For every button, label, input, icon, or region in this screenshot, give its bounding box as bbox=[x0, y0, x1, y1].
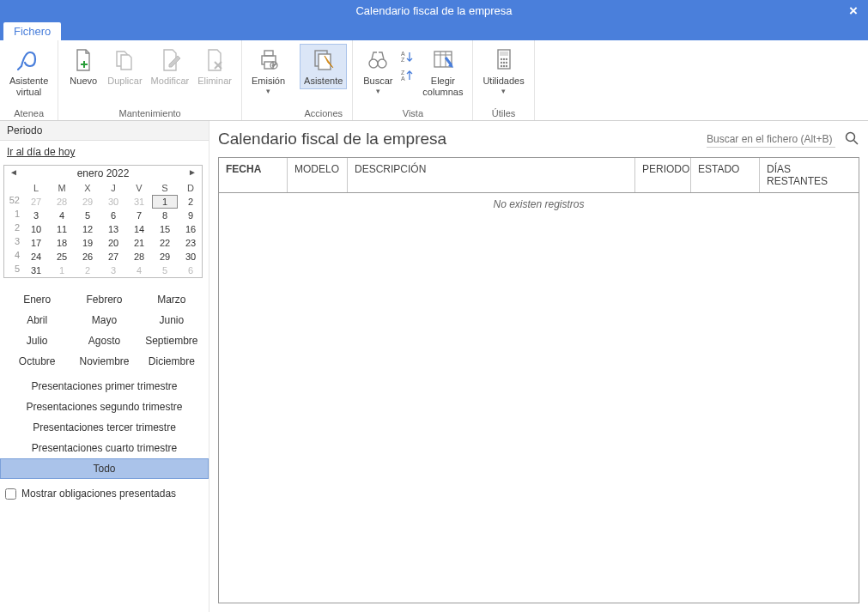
calendar-day[interactable]: 19 bbox=[75, 236, 100, 250]
week-number: 5 bbox=[4, 264, 23, 277]
calendar-day[interactable]: 23 bbox=[178, 236, 203, 250]
calendar-day[interactable]: 5 bbox=[152, 264, 178, 277]
calendar-day[interactable]: 26 bbox=[75, 250, 100, 264]
calendar-day[interactable]: 27 bbox=[23, 195, 49, 209]
duplicar-button[interactable]: Duplicar bbox=[103, 44, 146, 89]
buscar-button[interactable]: Buscar ▾ bbox=[358, 44, 398, 100]
month-shortcut[interactable]: Agosto bbox=[70, 333, 137, 348]
dow-header: S bbox=[152, 181, 178, 195]
search-icon[interactable] bbox=[844, 130, 859, 148]
tab-fichero[interactable]: Fichero bbox=[3, 22, 61, 40]
month-shortcut[interactable]: Octubre bbox=[3, 354, 70, 369]
preset-item[interactable]: Presentaciones segundo trimestre bbox=[0, 397, 209, 417]
column-header-descripcion[interactable]: DESCRIPCIÓN bbox=[348, 158, 635, 192]
emision-button[interactable]: Emisión ▾ bbox=[247, 44, 289, 98]
svg-point-19 bbox=[502, 58, 504, 60]
month-shortcut[interactable]: Marzo bbox=[138, 292, 205, 307]
modificar-label: Modificar bbox=[151, 76, 190, 87]
calendar-day[interactable]: 31 bbox=[126, 195, 152, 209]
asistente-button[interactable]: Asistente bbox=[300, 44, 347, 89]
calendar-day[interactable]: 5 bbox=[75, 209, 100, 222]
month-shortcut[interactable]: Abril bbox=[3, 312, 70, 328]
calendar-day[interactable]: 4 bbox=[126, 264, 152, 277]
side-header: Periodo bbox=[0, 121, 209, 141]
preset-item[interactable]: Presentaciones primer trimestre bbox=[0, 376, 209, 397]
nuevo-button[interactable]: Nuevo bbox=[64, 44, 103, 89]
sort-desc-icon[interactable]: ZA bbox=[401, 69, 415, 82]
week-number: 52 bbox=[4, 195, 23, 209]
calendar-day[interactable]: 16 bbox=[178, 222, 203, 236]
calendar-day[interactable]: 1 bbox=[152, 195, 178, 209]
group-label-utiles: Útiles bbox=[492, 108, 516, 118]
calendar-day[interactable]: 6 bbox=[178, 264, 203, 277]
column-header-fecha[interactable]: FECHA bbox=[219, 158, 288, 192]
eliminar-button[interactable]: Eliminar bbox=[193, 44, 236, 89]
search-input[interactable] bbox=[707, 131, 835, 148]
calendar-day[interactable]: 29 bbox=[152, 250, 178, 264]
calendar-day[interactable]: 12 bbox=[75, 222, 100, 236]
utilidades-button[interactable]: Utilidades ▾ bbox=[478, 44, 528, 98]
calendar-day[interactable]: 21 bbox=[126, 236, 152, 250]
calendar-day[interactable]: 22 bbox=[152, 236, 178, 250]
calendar-day[interactable]: 7 bbox=[126, 209, 152, 222]
delete-icon bbox=[201, 46, 228, 74]
asistente-virtual-button[interactable]: Asistente virtual bbox=[5, 44, 52, 100]
calendar-day[interactable]: 1 bbox=[49, 264, 75, 277]
print-icon bbox=[255, 46, 282, 74]
calendar-day[interactable]: 4 bbox=[49, 209, 75, 222]
calendar-day[interactable]: 31 bbox=[23, 264, 49, 277]
preset-item[interactable]: Presentaciones cuarto trimestre bbox=[0, 438, 209, 458]
calendar-day[interactable]: 15 bbox=[152, 222, 178, 236]
calendar: ◄ enero 2022 ► LMXJVSD522728293031121345… bbox=[3, 165, 203, 278]
column-header-estado[interactable]: ESTADO bbox=[691, 158, 760, 192]
month-shortcut[interactable]: Febrero bbox=[70, 292, 137, 307]
group-atenea: Asistente virtual Atenea bbox=[0, 40, 58, 120]
month-shortcut[interactable]: Mayo bbox=[70, 312, 137, 328]
month-shortcut[interactable]: Diciembre bbox=[138, 354, 205, 369]
calendar-day[interactable]: 24 bbox=[23, 250, 49, 264]
column-header-modelo[interactable]: MODELO bbox=[288, 158, 348, 192]
show-presented-checkbox[interactable] bbox=[5, 488, 16, 500]
calendar-next-button[interactable]: ► bbox=[183, 166, 202, 179]
month-shortcut[interactable]: Junio bbox=[138, 312, 205, 328]
calendar-day[interactable]: 13 bbox=[100, 222, 126, 236]
column-header-dias[interactable]: DÍAS RESTANTES bbox=[760, 158, 859, 192]
calendar-day[interactable]: 2 bbox=[178, 195, 203, 209]
calendar-day[interactable]: 30 bbox=[178, 250, 203, 264]
calendar-day[interactable]: 6 bbox=[100, 209, 126, 222]
calendar-day[interactable]: 29 bbox=[75, 195, 100, 209]
calendar-day[interactable]: 3 bbox=[100, 264, 126, 277]
asistente-virtual-label: Asistente virtual bbox=[9, 76, 48, 97]
calendar-day[interactable]: 18 bbox=[49, 236, 75, 250]
month-shortcut[interactable]: Julio bbox=[3, 333, 70, 348]
today-link[interactable]: Ir al día de hoy bbox=[0, 141, 209, 163]
calendar-day[interactable]: 28 bbox=[49, 195, 75, 209]
calendar-day[interactable]: 30 bbox=[100, 195, 126, 209]
calendar-day[interactable]: 10 bbox=[23, 222, 49, 236]
svg-text:A: A bbox=[401, 51, 405, 57]
month-shortcut[interactable]: Noviembre bbox=[70, 354, 137, 369]
calendar-day[interactable]: 11 bbox=[49, 222, 75, 236]
preset-item[interactable]: Presentaciones tercer trimestre bbox=[0, 417, 209, 438]
elegir-columnas-button[interactable]: Elegir columnas bbox=[418, 44, 467, 100]
calendar-day[interactable]: 9 bbox=[178, 209, 203, 222]
calendar-day[interactable]: 20 bbox=[100, 236, 126, 250]
close-button[interactable]: × bbox=[844, 0, 863, 21]
preset-item[interactable]: Todo bbox=[0, 458, 209, 479]
calendar-day[interactable]: 8 bbox=[152, 209, 178, 222]
svg-text:A: A bbox=[401, 76, 405, 82]
calendar-day[interactable]: 25 bbox=[49, 250, 75, 264]
calendar-day[interactable]: 14 bbox=[126, 222, 152, 236]
calendar-day[interactable]: 17 bbox=[23, 236, 49, 250]
calendar-day[interactable]: 3 bbox=[23, 209, 49, 222]
month-shortcut[interactable]: Septiembre bbox=[138, 333, 205, 348]
modificar-button[interactable]: Modificar bbox=[147, 44, 194, 89]
calendar-prev-button[interactable]: ◄ bbox=[4, 166, 23, 179]
calendar-day[interactable]: 27 bbox=[100, 250, 126, 264]
binoculars-icon bbox=[364, 46, 392, 74]
month-shortcut[interactable]: Enero bbox=[3, 292, 70, 307]
sort-asc-icon[interactable]: AZ bbox=[401, 50, 415, 64]
calendar-day[interactable]: 2 bbox=[75, 264, 100, 277]
column-header-periodo[interactable]: PERIODO bbox=[635, 158, 691, 192]
calendar-day[interactable]: 28 bbox=[126, 250, 152, 264]
